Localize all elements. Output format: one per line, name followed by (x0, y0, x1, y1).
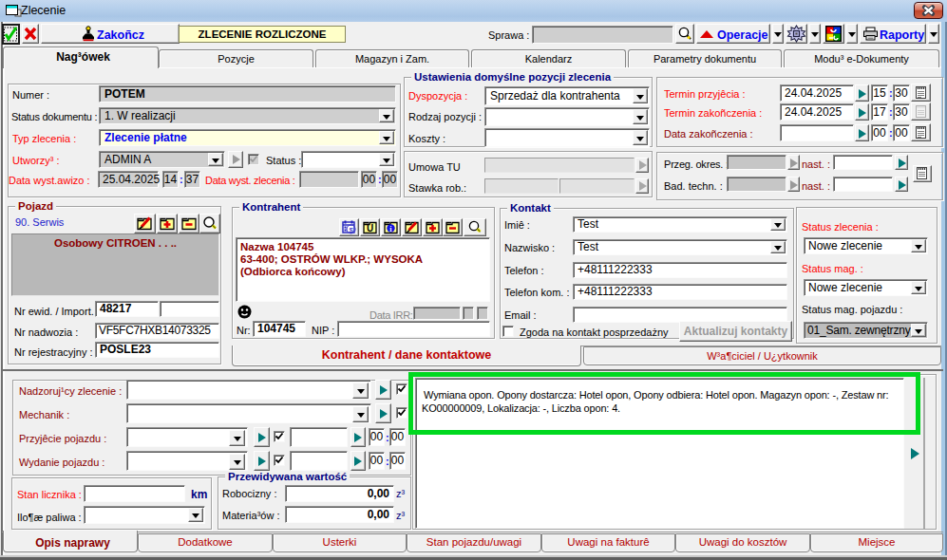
svg-text:$: $ (350, 226, 354, 234)
svg-text:U: U (367, 223, 373, 233)
